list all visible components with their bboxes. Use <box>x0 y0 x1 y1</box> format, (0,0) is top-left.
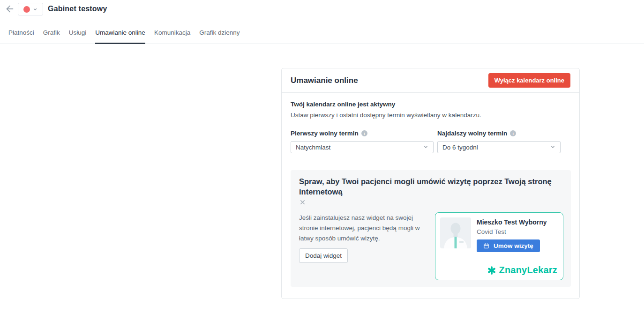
doctor-name: Mieszko Test Wyborny <box>477 218 547 226</box>
chevron-down-icon <box>550 144 555 151</box>
last-slot-select[interactable]: Do 6 tygodni <box>437 141 561 153</box>
book-visit-button[interactable]: Umów wizytę <box>477 239 540 252</box>
promo-heading: Spraw, aby Twoi pacjenci mogli umówić wi… <box>299 176 554 197</box>
disable-online-calendar-button[interactable]: Wyłącz kalendarz online <box>488 73 570 88</box>
tab-platnosci[interactable]: Płatności <box>8 24 34 44</box>
practice-switcher[interactable] <box>18 3 43 15</box>
practice-color-dot <box>23 6 30 13</box>
book-visit-label: Umów wizytę <box>494 242 533 249</box>
last-slot-field: Najdalszy wolny termin Do 6 tygodni <box>437 130 561 153</box>
info-icon[interactable] <box>510 130 516 136</box>
last-slot-label-text: Najdalszy wolny termin <box>437 130 507 137</box>
first-slot-field: Pierwszy wolny termin Natychmiast <box>291 130 434 153</box>
tab-komunikacja[interactable]: Komunikacja <box>154 24 190 44</box>
brand-name: ZnanyLekarz <box>499 265 557 276</box>
calendar-status-heading: Twój kalendarz online jest aktywny <box>291 101 570 108</box>
close-icon[interactable] <box>299 199 306 206</box>
calendar-icon <box>483 243 489 249</box>
slot-settings-row: Pierwszy wolny termin Natychmiast Najdal… <box>291 130 570 153</box>
calendar-status-description: Ustaw pierwszy i ostatni dostępny termin… <box>291 112 570 119</box>
doctor-avatar <box>440 217 471 248</box>
panel-header: Umawianie online Wyłącz kalendarz online <box>282 68 579 93</box>
widget-doctor-info: Mieszko Test Wyborny Covid Test Umów wiz… <box>477 217 547 252</box>
widget-preview-card: Mieszko Test Wyborny Covid Test Umów wiz… <box>435 212 563 280</box>
tab-uslugi[interactable]: Usługi <box>69 24 87 44</box>
top-bar: Gabinet testowy <box>0 0 644 21</box>
first-slot-label: Pierwszy wolny termin <box>291 130 434 137</box>
first-slot-value: Natychmiast <box>296 144 330 151</box>
last-slot-label: Najdalszy wolny termin <box>437 130 561 137</box>
panel-title: Umawianie online <box>291 76 358 85</box>
tab-grafik[interactable]: Grafik <box>43 24 60 44</box>
chevron-down-icon <box>423 144 428 151</box>
info-icon[interactable] <box>361 130 367 136</box>
online-booking-panel: Umawianie online Wyłącz kalendarz online… <box>281 68 580 299</box>
panel-body: Twój kalendarz online jest aktywny Ustaw… <box>282 93 579 287</box>
page-title: Gabinet testowy <box>48 5 107 13</box>
first-slot-label-text: Pierwszy wolny termin <box>291 130 359 137</box>
brand-logo: ZnanyLekarz <box>487 265 557 276</box>
widget-promo-box: Spraw, aby Twoi pacjenci mogli umówić wi… <box>291 170 571 287</box>
add-widget-button[interactable]: Dodaj widget <box>299 248 348 263</box>
arrow-left-icon <box>5 4 15 16</box>
tab-grafik-dzienny[interactable]: Grafik dzienny <box>199 24 240 44</box>
doctor-service: Covid Test <box>477 228 547 235</box>
last-slot-value: Do 6 tygodni <box>442 144 478 151</box>
first-slot-select[interactable]: Natychmiast <box>291 141 434 153</box>
promo-description: Jeśli zainstalujesz nasz widget na swoje… <box>299 213 431 244</box>
widget-doctor-row: Mieszko Test Wyborny Covid Test Umów wiz… <box>440 217 558 252</box>
tab-umawianie-online[interactable]: Umawianie online <box>95 24 145 44</box>
back-button[interactable] <box>4 4 15 15</box>
chevron-down-icon <box>33 5 37 14</box>
tab-bar: Płatności Grafik Usługi Umawianie online… <box>0 24 644 44</box>
znanylekarz-asterisk-icon <box>487 265 497 276</box>
